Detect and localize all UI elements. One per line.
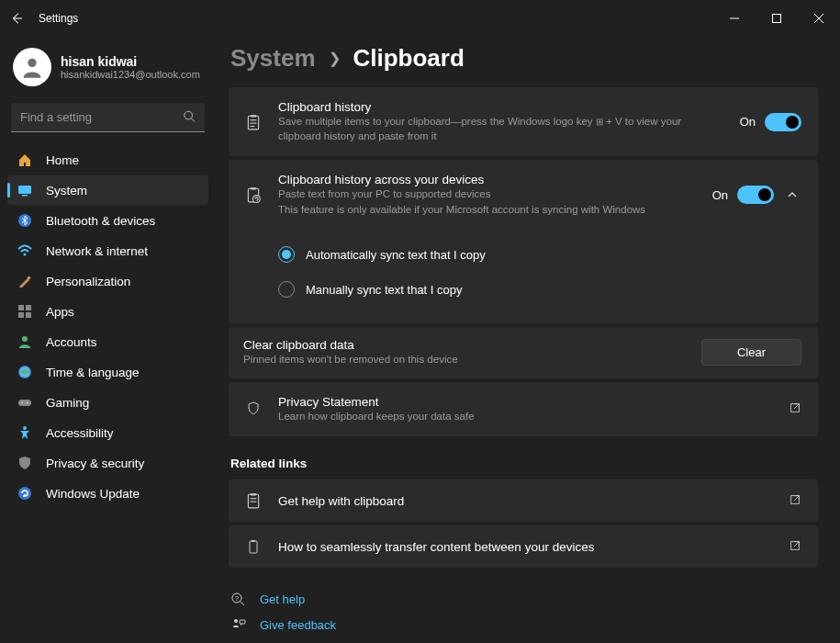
- breadcrumb: System ❯ Clipboard: [229, 44, 818, 73]
- related-links-title: Related links: [230, 457, 818, 470]
- card-title: How to seamlessly transfer content betwe…: [278, 540, 774, 554]
- sidebar-item-apps[interactable]: Apps: [7, 297, 208, 326]
- sidebar: hisan kidwai hisankidwai1234@outlook.com…: [0, 37, 216, 643]
- svg-rect-30: [251, 187, 257, 189]
- radio-icon: [278, 281, 295, 298]
- clipboard-icon: [243, 492, 263, 509]
- sidebar-item-privacy[interactable]: Privacy & security: [7, 448, 208, 478]
- sidebar-item-update[interactable]: Windows Update: [7, 479, 208, 508]
- sidebar-item-network[interactable]: Network & internet: [7, 236, 208, 265]
- nav-label: Personalization: [46, 275, 130, 288]
- chevron-up-icon[interactable]: [783, 186, 801, 204]
- clipboard-icon: [243, 538, 263, 555]
- get-help-link[interactable]: ? Get help: [230, 586, 818, 612]
- svg-text:?: ?: [235, 595, 239, 602]
- svg-point-16: [22, 336, 28, 342]
- sidebar-item-accessibility[interactable]: Accessibility: [7, 418, 208, 447]
- clipboard-sync-icon: [243, 186, 263, 203]
- breadcrumb-parent[interactable]: System: [230, 44, 316, 73]
- svg-rect-44: [240, 620, 245, 624]
- sidebar-item-system[interactable]: System: [7, 175, 208, 205]
- clipboard-icon: [243, 114, 263, 130]
- svg-rect-8: [22, 195, 28, 197]
- svg-point-10: [24, 254, 27, 256]
- nav-label: System: [46, 184, 87, 197]
- link-text: Get help: [260, 592, 305, 606]
- related-transfer-card[interactable]: How to seamlessly transfer content betwe…: [229, 525, 818, 568]
- svg-point-5: [185, 111, 193, 119]
- svg-rect-39: [252, 540, 255, 542]
- sidebar-item-time[interactable]: Time & language: [7, 357, 208, 387]
- back-button[interactable]: [7, 9, 26, 28]
- help-icon: ?: [230, 591, 247, 607]
- user-name: hisan kidwai: [61, 54, 200, 69]
- card-subtitle: Pinned items won't be removed on this de…: [243, 353, 687, 367]
- card-title: Clipboard history across your devices: [278, 173, 698, 186]
- sidebar-item-bluetooth[interactable]: Bluetooth & devices: [7, 206, 208, 235]
- toggle-label: On: [740, 115, 756, 129]
- search-input[interactable]: [11, 103, 205, 132]
- accounts-icon: [17, 333, 33, 350]
- page-title: Clipboard: [353, 44, 465, 73]
- across-toggle[interactable]: [737, 186, 774, 204]
- titlebar: Settings: [0, 0, 840, 37]
- nav-label: Apps: [46, 305, 74, 319]
- nav-label: Accounts: [46, 335, 97, 349]
- nav-label: Gaming: [46, 396, 89, 410]
- svg-rect-25: [251, 115, 257, 117]
- windows-key-icon: ⊞: [596, 116, 603, 129]
- card-subtitle: Save multiple items to your clipboard—pr…: [278, 115, 725, 143]
- sidebar-item-personalization[interactable]: Personalization: [7, 266, 208, 296]
- minimize-button[interactable]: [713, 4, 756, 33]
- open-external-icon: [789, 493, 801, 509]
- nav-label: Time & language: [46, 366, 140, 379]
- svg-rect-7: [18, 186, 31, 194]
- svg-point-20: [21, 402, 23, 404]
- history-toggle[interactable]: [765, 113, 801, 131]
- maximize-button[interactable]: [756, 4, 798, 33]
- privacy-card[interactable]: Privacy Statement Learn how clipboard ke…: [229, 382, 818, 437]
- clear-button[interactable]: Clear: [701, 339, 801, 366]
- svg-point-21: [27, 402, 28, 404]
- link-text: Give feedback: [260, 618, 336, 632]
- clipboard-history-card: Clipboard history Save multiple items to…: [229, 87, 818, 156]
- home-icon: [17, 152, 33, 168]
- radio-label: Manually sync text that I copy: [306, 283, 463, 297]
- card-title: Get help with clipboard: [278, 494, 774, 508]
- radio-manual-sync[interactable]: Manually sync text that I copy: [278, 272, 801, 307]
- nav-label: Privacy & security: [46, 457, 144, 470]
- across-devices-card: Clipboard history across your devices Pa…: [229, 160, 818, 323]
- svg-point-23: [18, 487, 31, 500]
- related-help-card[interactable]: Get help with clipboard: [229, 479, 818, 522]
- system-icon: [17, 182, 33, 198]
- svg-line-6: [192, 118, 196, 122]
- nav-label: Home: [46, 153, 79, 167]
- nav-label: Accessibility: [46, 426, 114, 440]
- open-external-icon: [789, 401, 801, 417]
- network-icon: [17, 243, 33, 259]
- close-button[interactable]: [798, 4, 840, 33]
- sidebar-item-gaming[interactable]: Gaming: [7, 388, 208, 417]
- nav-list: Home System Bluetooth & devices Network …: [7, 145, 208, 508]
- sidebar-item-home[interactable]: Home: [7, 145, 208, 175]
- update-icon: [17, 485, 33, 502]
- user-block[interactable]: hisan kidwai hisankidwai1234@outlook.com: [7, 40, 208, 103]
- time-icon: [17, 364, 33, 380]
- card-title: Clear clipboard data: [243, 338, 687, 352]
- personalization-icon: [17, 273, 33, 289]
- window-title: Settings: [39, 12, 78, 25]
- give-feedback-link[interactable]: Give feedback: [230, 612, 818, 637]
- clear-data-card: Clear clipboard data Pinned items won't …: [229, 327, 818, 378]
- svg-point-4: [28, 59, 36, 67]
- sidebar-item-accounts[interactable]: Accounts: [7, 327, 208, 356]
- radio-auto-sync[interactable]: Automatically sync text that I copy: [278, 237, 801, 272]
- card-title: Privacy Statement: [278, 395, 774, 409]
- nav-label: Network & internet: [46, 244, 148, 258]
- card-title: Clipboard history: [278, 100, 725, 114]
- apps-icon: [17, 303, 33, 320]
- svg-rect-13: [26, 305, 31, 310]
- svg-point-43: [234, 619, 238, 623]
- card-subtitle: This feature is only available if your M…: [278, 203, 698, 218]
- chevron-right-icon: ❯: [329, 50, 341, 67]
- svg-rect-34: [251, 493, 257, 495]
